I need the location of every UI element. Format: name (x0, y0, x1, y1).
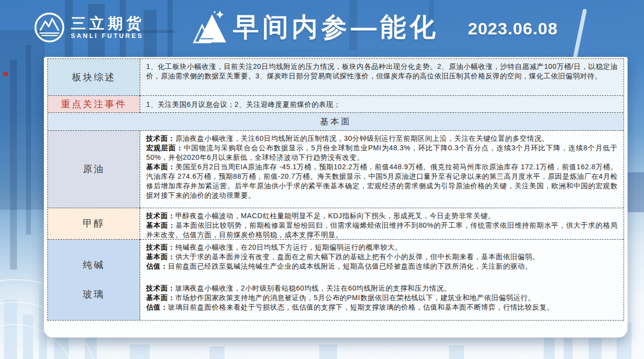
glass-paragraphs: 技术面：玻璃夜盘小幅收涨，2小时级别看站稳60均线，关注在60均线附近的支撑和压… (146, 284, 618, 312)
report-card: 板块综述 1、化工板块小幅收涨，目前关注20日均线附近的压力情况，板块内各品种出… (44, 57, 628, 338)
crude-oil-content: 技术面：原油夜盘小幅收涨，关注60日均线附近的压制情况，30分钟级别运行至前期区… (140, 131, 624, 208)
line-text: 原油夜盘小幅收涨，关注60日均线附近的压制情况，30分钟级别运行至前期区间上沿，… (175, 134, 549, 142)
line-prefix: 基本面： (146, 253, 175, 261)
line-text: 中国物流与采购联合会公布数据显示，5月份全球制造业PMI为48.3%，环比下降0… (146, 144, 618, 161)
line-prefix: 基本面： (146, 221, 176, 229)
methanol-label: 甲醇 (48, 208, 140, 240)
line-prefix: 技术面： (146, 243, 175, 251)
soda-glass-content: 技术面：纯碱夜盘小幅收涨，在20日均线下方运行，短期偏弱运行的概率较大。 基本面… (140, 240, 624, 320)
key-events-label: 重点关注事件 (48, 96, 140, 113)
line-text: 玻璃夜盘小幅收涨，2小时级别看站稳60均线，关注在60均线附近的支撑和压力情况。 (175, 284, 451, 292)
line-text: 供大于求的基本面并没有改变，盘面在之前大幅下跌的基础上把有个小的反弹，但中长期来… (175, 253, 539, 261)
brand-logo: 三立期货 SANLI FUTURES (34, 12, 145, 43)
methanol-content: 技术面：甲醇夜盘小幅波动，MACD红柱量能明显不足，KDJ指标向下拐头，形成死叉… (140, 208, 624, 240)
overview-content: 1、化工板块小幅收涨，目前关注20日均线附近的压力情况，板块内各品种出现分化走势… (140, 59, 624, 96)
sanli-mountain-logo-icon (34, 12, 65, 43)
soda-ash-paragraphs: 技术面：纯碱夜盘小幅收涨，在20日均线下方运行，短期偏弱运行的概率较大。 基本面… (146, 243, 618, 271)
line-text: 目前盘面已经跌至氨碱法纯碱生产企业的成本线附近，短期高估值已经被盘面连续的下跌所… (168, 262, 532, 270)
line-text: 基本面依旧比较弱势，前期检修装置纷纷回归，但需求端烯烃依旧维持不到80%的开工率… (146, 221, 618, 239)
line-prefix: 宏观层面： (146, 144, 184, 152)
line-text: 玻璃目前盘面价格来看处于亏损状态，低估值的支撑下，短期支撑玻璃的价格，估值和基本… (168, 303, 554, 311)
line-text: 纯碱夜盘小幅收涨，在20日均线下方运行，短期偏弱运行的概率较大。 (175, 243, 402, 251)
glass-label: 玻璃 (83, 288, 105, 301)
brand-text-block: 三立期货 SANLI FUTURES (71, 15, 145, 40)
line-text: 市场炒作国家政策支持地产的消息被证伪，5月公布的PMI数据依旧在荣枯线以下，建筑… (175, 294, 535, 302)
page-title: 早间内参—能化 (233, 10, 439, 45)
header: 三立期货 SANLI FUTURES 早间内参—能化 2023.06.08 (0, 0, 644, 56)
report-date: 2023.06.08 (468, 19, 558, 38)
report-table: 板块综述 1、化工板块小幅收涨，目前关注20日均线附近的压力情况，板块内各品种出… (47, 58, 624, 321)
line-text: 美国至6月2日当周EIA原油库存 -45.1万桶，预期102.2万桶，前值448… (146, 163, 618, 199)
line-prefix: 技术面： (146, 212, 175, 220)
soda-ash-label: 纯碱 (83, 259, 105, 272)
line-prefix: 估值： (146, 303, 168, 311)
key-events-content: 1、关注美国6月议息会议；2、关注迎峰度夏前煤价的表现； (140, 96, 624, 113)
crude-oil-label: 原油 (48, 131, 140, 208)
section-header-fundamentals: 基本面 (48, 113, 624, 131)
line-prefix: 技术面： (146, 134, 175, 142)
line-prefix: 技术面： (146, 284, 175, 292)
overview-label: 板块综述 (48, 59, 140, 96)
line-prefix: 基本面： (146, 294, 175, 302)
brand-name-en: SANLI FUTURES (71, 33, 145, 39)
methanol-paragraphs: 技术面：甲醇夜盘小幅波动，MACD红柱量能明显不足，KDJ指标向下拐头，形成死叉… (146, 211, 618, 240)
brand-name-cn: 三立期货 (71, 15, 145, 31)
snow-mountain-icon (191, 9, 228, 46)
title-block: 早间内参—能化 (191, 9, 439, 46)
line-prefix: 估值： (146, 262, 168, 270)
line-prefix: 基本面： (146, 163, 176, 171)
soda-glass-label-cell: 纯碱 玻璃 (48, 240, 140, 320)
line-text: 甲醇夜盘小幅波动，MACD红柱量能明显不足，KDJ指标向下拐头，形成死叉，今日走… (175, 212, 495, 220)
red-flag-detail (3, 72, 8, 76)
crude-oil-paragraphs: 技术面：原油夜盘小幅收涨，关注60日均线附近的压制情况，30分钟级别运行至前期区… (146, 134, 618, 200)
